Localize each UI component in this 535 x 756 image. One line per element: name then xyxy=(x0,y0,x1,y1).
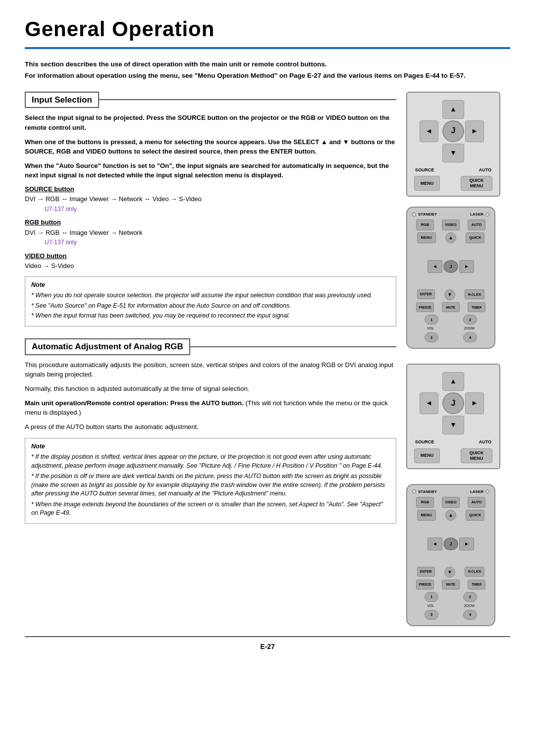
timer-btn-1[interactable]: TIMER xyxy=(468,302,485,312)
dpad-down-2[interactable]: ▼ xyxy=(442,416,464,434)
video-btn-2[interactable]: VIDEO xyxy=(442,497,460,508)
rgb-btn-2[interactable]: RGB xyxy=(416,497,434,508)
laser-label-2: LASER xyxy=(470,489,483,494)
enter-btn-2[interactable]: ENTER xyxy=(417,567,435,577)
quick-btn-1[interactable]: QUICK xyxy=(466,232,484,243)
section2-note1: * If the display position is shifted, ve… xyxy=(31,453,390,470)
down-btn-1[interactable]: ▼ xyxy=(444,289,455,300)
remote-row2-1: MENU ▲ QUICK xyxy=(412,232,489,243)
proj-panel-bottom-1: MENU QUICKMENU xyxy=(412,176,494,191)
standby-dot-1 xyxy=(412,213,416,216)
page-header: General Operation xyxy=(25,15,510,49)
dpad-center-2[interactable]: J xyxy=(442,392,464,414)
section2-para3: Main unit operation/Remote control opera… xyxy=(25,398,396,417)
quick-menu-button-2[interactable]: QUICKMENU xyxy=(461,448,492,463)
video-btn-1[interactable]: VIDEO xyxy=(442,219,460,230)
section2-note-box: Note * If the display position is shifte… xyxy=(25,438,396,524)
laser-label-1: LASER xyxy=(470,212,483,217)
right-column: ▲ ◄ J ► ▼ SOURCE AUTO MENU QUICKMENU xyxy=(406,92,510,626)
section1-note3: * When the input format has been switche… xyxy=(31,312,390,321)
up-btn-1[interactable]: ▲ xyxy=(445,232,456,243)
dpad-up-1[interactable]: ▲ xyxy=(442,100,464,119)
dpad-right-1[interactable]: ► xyxy=(465,120,484,142)
section2-rule xyxy=(190,346,396,347)
video-button-section: VIDEO button Video → S-Video xyxy=(25,252,396,270)
section1-rule xyxy=(99,99,396,100)
rgb-button-note: U7-137 only xyxy=(45,238,396,247)
menu-btn-2[interactable]: MENU xyxy=(417,510,436,521)
mute-btn-2[interactable]: MUTE xyxy=(442,580,460,590)
proj-panel-bottom-2: MENU QUICKMENU xyxy=(412,448,494,463)
btn-1-1[interactable]: 1 xyxy=(425,315,438,324)
standby-dot-2 xyxy=(412,489,416,493)
section2-note2: * If the position is off or there are da… xyxy=(31,472,390,498)
rdpad-empty-br-1 xyxy=(459,274,474,287)
btn-2-1[interactable]: 2 xyxy=(463,315,477,324)
dpad-right-2[interactable]: ► xyxy=(465,392,484,414)
btn-1-2[interactable]: 1 xyxy=(425,592,438,602)
vol-label-1: VOL xyxy=(427,326,434,331)
section1-para2: When one of the buttons is pressed, a me… xyxy=(25,137,396,156)
dpad-left-1[interactable]: ◄ xyxy=(420,120,438,142)
video-button-desc: Video → S-Video xyxy=(25,262,396,270)
remote-vol-zoom-1: VOL ZOOM xyxy=(412,326,489,331)
rdpad-right-1[interactable]: ► xyxy=(459,260,474,273)
mute-btn-1[interactable]: MUTE xyxy=(442,302,460,312)
section1-note1: * When you do not operate source selecti… xyxy=(31,291,390,300)
remote-num-row-1: 1 2 xyxy=(412,315,489,324)
section2-para1: This procedure automatically adjusts the… xyxy=(25,360,396,379)
auto-btn-2[interactable]: AUTO xyxy=(468,497,485,508)
rdpad-empty-bl-1 xyxy=(428,274,442,287)
quick-btn-2[interactable]: QUICK xyxy=(466,510,484,521)
rgb-btn-1[interactable]: RGB xyxy=(416,219,434,230)
rclick-btn-2[interactable]: R-CLICK xyxy=(465,567,484,577)
rdpad-center-1[interactable]: J xyxy=(443,260,458,273)
dpad-down-1[interactable]: ▼ xyxy=(442,144,464,162)
down-btn-2[interactable]: ▼ xyxy=(444,567,455,578)
section2-header: Automatic Adjustment of Analog RGB xyxy=(25,338,396,355)
remote-control-1: STANDBY LASER RGB VIDEO AUTO MENU ▲ QUIC… xyxy=(406,207,495,349)
remote-enter-row-2: ENTER ▼ R-CLICK xyxy=(412,567,489,578)
menu-button-2[interactable]: MENU xyxy=(414,448,440,463)
btn-4-2[interactable]: 4 xyxy=(463,610,477,620)
menu-btn-1[interactable]: MENU xyxy=(417,232,436,243)
source-button-desc: DVI → RGB ↔ Image Viewer → Network ↔ Vid… xyxy=(25,195,396,204)
video-button-label: VIDEO button xyxy=(25,252,396,261)
btn-3-1[interactable]: 3 xyxy=(425,332,438,342)
rclick-btn-1[interactable]: R-CLICK xyxy=(465,289,484,299)
auto-label-1: AUTO xyxy=(479,167,491,173)
dpad-left-2[interactable]: ◄ xyxy=(420,392,438,414)
page-title: General Operation xyxy=(25,15,510,44)
dpad-center-1[interactable]: J xyxy=(442,120,464,142)
laser-dot-2 xyxy=(485,489,489,493)
source-button-label: SOURCE button xyxy=(25,185,396,194)
quick-menu-button-1[interactable]: QUICKMENU xyxy=(461,176,492,191)
rdpad-right-2[interactable]: ► xyxy=(459,538,474,550)
standby-label-1: STANDBY xyxy=(418,212,437,217)
rdpad-left-1[interactable]: ◄ xyxy=(428,260,442,273)
section1-para1: Select the input signal to be projected.… xyxy=(25,113,396,132)
btn-4-1[interactable]: 4 xyxy=(463,332,477,342)
remote-control-2: STANDBY LASER RGB VIDEO AUTO MENU ▲ QUIC… xyxy=(406,484,495,626)
projector-panel-2: ▲ ◄ J ► ▼ SOURCE AUTO MENU QUICKMENU xyxy=(406,364,500,469)
rdpad-empty-tc-1 xyxy=(443,246,458,259)
auto-btn-1[interactable]: AUTO xyxy=(468,219,485,230)
dpad-up-2[interactable]: ▲ xyxy=(442,372,464,391)
main-layout: Input Selection Select the input signal … xyxy=(25,92,510,626)
btn-3-2[interactable]: 3 xyxy=(425,610,438,620)
freeze-btn-2[interactable]: FREEZE xyxy=(416,580,434,590)
projector-panel-1: ▲ ◄ J ► ▼ SOURCE AUTO MENU QUICKMENU xyxy=(406,92,500,197)
up-btn-2[interactable]: ▲ xyxy=(445,510,456,521)
rdpad-center-2[interactable]: J xyxy=(443,538,458,550)
freeze-btn-1[interactable]: FREEZE xyxy=(416,302,434,312)
enter-btn-1[interactable]: ENTER xyxy=(417,289,435,299)
projector-dpad-1: ▲ ◄ J ► ▼ xyxy=(412,100,494,163)
btn-2-2[interactable]: 2 xyxy=(463,592,477,602)
remote-row1-2: RGB VIDEO AUTO xyxy=(412,497,489,508)
remote-dpad-1: ◄ J ► xyxy=(412,246,489,287)
timer-btn-2[interactable]: TIMER xyxy=(468,580,485,590)
laser-dot-1 xyxy=(485,213,489,216)
rdpad-left-2[interactable]: ◄ xyxy=(428,538,442,550)
remote-freeze-row-1: FREEZE MUTE TIMER xyxy=(412,302,489,312)
menu-button-1[interactable]: MENU xyxy=(414,176,440,191)
